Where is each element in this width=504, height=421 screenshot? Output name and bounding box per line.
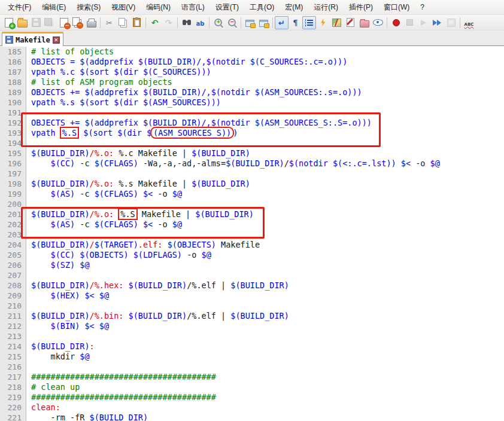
open-file-button[interactable] <box>16 16 29 29</box>
code-text <box>123 280 128 290</box>
function-list-icon <box>347 18 354 27</box>
code-text: -rm -fR <box>31 413 90 421</box>
menu-item[interactable]: 搜索(S) <box>71 1 106 14</box>
code-text: /%.elf | <box>187 280 230 290</box>
menu-item[interactable]: 编码(N) <box>141 1 176 14</box>
code-text: $@ <box>80 352 89 361</box>
tab-label: Makefile <box>16 36 50 44</box>
code-text: $(BUILD_DIR) <box>31 179 90 188</box>
word-wrap-button[interactable] <box>275 16 289 29</box>
function-completion-button[interactable] <box>316 16 330 29</box>
code-pane[interactable]: # list of objectsOBJECTS = $(addprefix $… <box>26 47 504 421</box>
annotation-inline-box: %.S <box>60 127 79 139</box>
close-file-button[interactable] <box>57 16 71 29</box>
code-text: # list of ASM program objects <box>31 77 172 87</box>
code-text: $< <box>401 158 411 168</box>
code-text <box>123 311 128 321</box>
paste-icon <box>133 18 141 27</box>
save-all-button <box>43 16 57 29</box>
zoom-out-button[interactable] <box>225 16 239 29</box>
code-line: vpath %.c $(sort $(dir $(C_SOURCES))) <box>31 67 504 77</box>
line-number-gutter: 1851861871881891901911921931941951961971… <box>0 47 26 421</box>
stop-macro-icon <box>406 19 413 26</box>
sync-horizontal-scroll-button[interactable] <box>257 16 271 29</box>
code-text <box>95 321 99 331</box>
menu-item[interactable]: 工具(O) <box>244 1 280 14</box>
paste-button[interactable] <box>130 16 144 29</box>
word-wrap-icon <box>278 17 285 28</box>
record-macro-icon <box>393 19 400 26</box>
print-button[interactable] <box>84 16 98 29</box>
code-text: $@ <box>99 291 109 300</box>
document-map-button[interactable] <box>330 16 344 29</box>
cut-button[interactable] <box>102 16 116 29</box>
find-button[interactable] <box>180 16 193 29</box>
indent-guide-button[interactable] <box>302 16 316 29</box>
code-text: $(CC) <box>51 158 75 168</box>
menu-item[interactable]: 文件(F) <box>2 1 37 14</box>
code-text: OBJECTS = $(addprefix $(BUILD_DIR)/,$(no… <box>31 57 347 66</box>
tab-close-icon[interactable]: ✕ <box>53 36 60 44</box>
record-macro-button[interactable] <box>389 16 403 29</box>
code-text: $(BUILD_DIR) <box>31 280 90 290</box>
play-macro-icon <box>421 20 426 26</box>
code-text: $@ <box>172 219 182 229</box>
replace-icon <box>196 17 205 28</box>
code-text: vpath <box>31 128 60 138</box>
code-text: -c <box>75 189 95 199</box>
line-number: 218 <box>0 382 22 392</box>
code-line: $(CC) $(OBJECTS) $(LDFLAGS) -o $@ <box>31 250 504 260</box>
close-file-icon <box>60 18 68 28</box>
code-text: $(SZ) <box>51 260 75 270</box>
function-list-button[interactable] <box>344 16 357 29</box>
code-text: $(BUILD_DIR) <box>90 413 148 421</box>
monitoring-button[interactable] <box>371 16 385 29</box>
menu-item[interactable]: 插件(P) <box>344 1 378 14</box>
code-text: / <box>284 158 289 168</box>
save-file-button <box>29 16 43 29</box>
line-number: 193 <box>0 128 22 138</box>
menu-item[interactable]: 编辑(E) <box>37 1 71 14</box>
sync-vertical-scroll-button[interactable] <box>243 16 257 29</box>
run-macro-multiple-button[interactable] <box>430 16 444 29</box>
undo-button[interactable] <box>148 16 162 29</box>
toolbar-separator <box>460 17 460 28</box>
replace-button[interactable] <box>193 16 207 29</box>
code-text: $(notdir $(<:.c=.lst)) <box>289 158 396 168</box>
toolbar-separator <box>272 17 273 28</box>
code-text: /%.o: <box>90 209 114 219</box>
code-text <box>162 240 167 249</box>
code-line: $(AS) -c $(CFLAGS) $< -o $@ <box>31 219 504 230</box>
menu-item[interactable]: 窗口(W) <box>378 1 415 14</box>
code-text <box>31 219 51 229</box>
menu-item[interactable]: 视图(V) <box>106 1 141 14</box>
menu-item[interactable]: 语言(L) <box>176 1 210 14</box>
code-text: $(BUILD_DIR) <box>192 148 250 158</box>
code-line: $(CC) -c $(CFLAGS) -Wa,-a,-ad,-alms=$(BU… <box>31 158 504 169</box>
code-line: $(BUILD_DIR)/%.hex: $(BUILD_DIR)/%.elf |… <box>31 280 504 291</box>
code-line <box>31 301 504 311</box>
menu-item[interactable]: 运行(R) <box>308 1 344 14</box>
menu-item[interactable]: 设置(T) <box>210 1 244 14</box>
code-text: ) <box>233 128 238 138</box>
code-line: # list of objects <box>31 47 504 57</box>
toolbar-separator <box>241 17 241 28</box>
show-all-characters-button[interactable] <box>289 16 302 29</box>
close-all-button[interactable] <box>71 16 84 29</box>
copy-button[interactable] <box>116 16 130 29</box>
save-all-icon <box>44 18 52 26</box>
menu-item[interactable]: 宏(M) <box>280 1 308 14</box>
line-number: 198 <box>0 179 22 189</box>
new-file-button[interactable] <box>2 16 16 29</box>
monitoring-icon <box>373 19 383 26</box>
spell-check-button[interactable] <box>462 16 476 29</box>
code-line <box>31 169 504 179</box>
tab-bar: Makefile ✕ <box>0 30 504 46</box>
line-number: 189 <box>0 87 22 97</box>
editor-area[interactable]: 1851861871881891901911921931941951961971… <box>0 47 504 421</box>
zoom-in-button[interactable] <box>211 16 225 29</box>
code-text: $(CFLAGS) <box>95 189 138 199</box>
folder-as-workspace-button[interactable] <box>357 16 371 29</box>
tab-makefile[interactable]: Makefile ✕ <box>2 32 63 46</box>
menu-item[interactable]: ? <box>415 1 430 13</box>
